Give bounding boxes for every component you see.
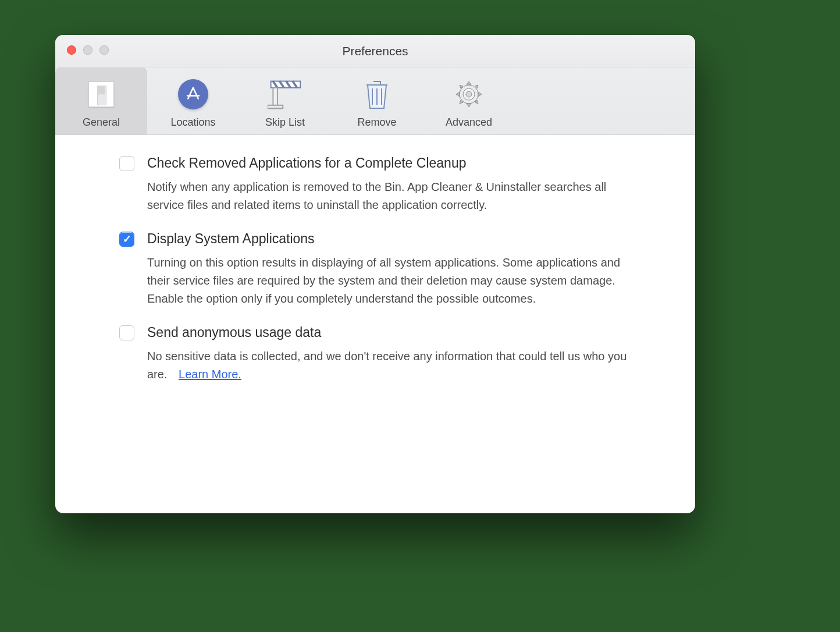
tab-label: Advanced (446, 116, 492, 129)
minimize-button[interactable] (83, 45, 92, 55)
tab-label: Skip List (265, 116, 305, 129)
tab-label: General (83, 116, 120, 129)
svg-rect-1 (273, 88, 277, 106)
window-title: Preferences (342, 44, 408, 58)
tab-general[interactable]: General (55, 67, 147, 134)
checkbox-display-system-apps[interactable] (119, 232, 134, 247)
learn-more-link[interactable]: Learn More. (179, 368, 241, 381)
appstore-icon (176, 77, 211, 112)
svg-rect-2 (268, 105, 283, 109)
barrier-icon (268, 77, 302, 112)
window-controls (67, 45, 109, 55)
tab-remove[interactable]: Remove (331, 67, 423, 134)
titlebar: Preferences (55, 35, 695, 68)
tab-skip-list[interactable]: Skip List (239, 67, 331, 134)
svg-point-5 (466, 91, 472, 97)
gear-icon (451, 77, 486, 112)
option-anonymous-usage: Send anonymous usage data No sensitive d… (119, 324, 654, 384)
close-button[interactable] (67, 45, 76, 55)
option-description: Turning on this option results in displa… (147, 254, 630, 308)
option-title: Display System Applications (147, 230, 654, 248)
tab-advanced[interactable]: Advanced (423, 67, 515, 134)
option-display-system-apps: Display System Applications Turning on t… (119, 230, 654, 308)
general-pane: Check Removed Applications for a Complet… (55, 135, 695, 423)
tab-locations[interactable]: Locations (147, 67, 239, 134)
option-description: Notify when any application is removed t… (147, 178, 630, 214)
preferences-window: Preferences General Locations (55, 35, 695, 513)
tab-label: Remove (357, 116, 396, 129)
tab-label: Locations (170, 116, 215, 129)
trash-icon (360, 77, 394, 112)
option-title: Send anonymous usage data (147, 324, 654, 342)
checkbox-complete-cleanup[interactable] (119, 156, 134, 171)
checkbox-anonymous-usage[interactable] (119, 325, 134, 340)
switch-icon (84, 77, 119, 112)
maximize-button[interactable] (99, 45, 109, 55)
option-description: No sensitive data is collected, and we d… (147, 347, 630, 384)
preferences-toolbar: General Locations Skip (55, 68, 695, 135)
option-title: Check Removed Applications for a Complet… (147, 155, 654, 172)
option-complete-cleanup: Check Removed Applications for a Complet… (119, 155, 654, 214)
